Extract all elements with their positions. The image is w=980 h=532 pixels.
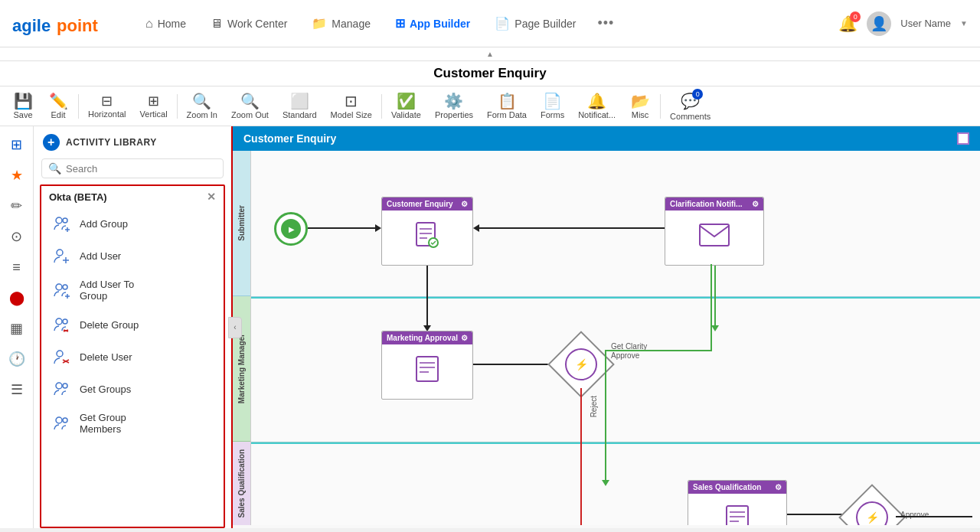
misc-button[interactable]: 📂 Misc bbox=[623, 90, 657, 122]
nav-pagebuilder-label: Page Builder bbox=[514, 18, 576, 30]
add-group-label: Add Group bbox=[80, 218, 128, 230]
standard-button[interactable]: ⬜ Standard bbox=[276, 90, 323, 122]
swimlane-container: Submitter Marketing Manager Sales Qualif… bbox=[233, 151, 980, 525]
vertical-icon: ⊞ bbox=[148, 94, 159, 108]
arrow-marketing-to-diamond bbox=[473, 364, 557, 365]
zoom-in-button[interactable]: 🔍 Zoom In bbox=[181, 90, 224, 122]
left-icon-dot[interactable]: ⬤ bbox=[5, 286, 29, 310]
add-activity-button[interactable]: + bbox=[43, 134, 60, 151]
model-size-button[interactable]: ⊡ Model Size bbox=[325, 90, 378, 122]
user-avatar[interactable]: 👤 bbox=[867, 11, 891, 36]
list-item[interactable]: Add User bbox=[41, 240, 224, 272]
nav-manage[interactable]: 📁 Manage bbox=[302, 11, 380, 35]
customer-enquiry-node[interactable]: Customer Enquiry ⚙ bbox=[381, 197, 473, 266]
left-icon-bar: ⊞ ★ ✏ ⊙ ≡ ⬤ ▦ 🕐 ☰ bbox=[0, 126, 34, 528]
svg-point-6 bbox=[57, 250, 63, 256]
marketing-approval-node[interactable]: Marketing Approval ⚙ bbox=[381, 331, 473, 400]
get-groups-icon bbox=[51, 380, 72, 398]
list-item[interactable]: Get Group Members bbox=[41, 405, 224, 442]
decision-diamond-1-inner: ⚡ bbox=[565, 348, 597, 380]
list-item[interactable]: Delete User bbox=[41, 341, 224, 373]
left-icon-star[interactable]: ★ bbox=[5, 163, 29, 188]
left-icon-edit[interactable]: ✏ bbox=[5, 194, 29, 218]
decision-diamond-2[interactable]: ⚡ bbox=[838, 484, 906, 525]
forms-button[interactable]: 📄 Forms bbox=[534, 90, 570, 122]
okta-close-button[interactable]: ✕ bbox=[207, 191, 216, 203]
activity-search[interactable]: 🔍 bbox=[41, 158, 224, 178]
nav-pagebuilder[interactable]: 📄 Page Builder bbox=[485, 11, 585, 35]
okta-title: Okta (BETA) bbox=[49, 191, 107, 203]
arrow-head-1 bbox=[375, 224, 381, 232]
add-user-icon bbox=[51, 246, 72, 265]
left-icon-grid[interactable]: ⊞ bbox=[5, 132, 29, 157]
list-item[interactable]: Add User To Group bbox=[41, 272, 224, 308]
canvas-title-bar: Customer Enquiry bbox=[0, 61, 980, 86]
validate-button[interactable]: ✅ Validate bbox=[385, 90, 427, 122]
customer-enquiry-settings-icon[interactable]: ⚙ bbox=[461, 200, 468, 208]
left-icon-table[interactable]: ▦ bbox=[5, 316, 29, 341]
add-group-icon bbox=[51, 214, 72, 233]
swimlane-submitter-label: Submitter bbox=[237, 205, 246, 241]
svg-point-17 bbox=[57, 351, 63, 357]
folder-icon: 📁 bbox=[312, 16, 327, 31]
canvas-corner-button[interactable] bbox=[957, 132, 969, 145]
sep4 bbox=[660, 94, 661, 119]
sales-qualification-node[interactable]: Sales Qualification ⚙ bbox=[688, 480, 787, 525]
clarification-body bbox=[665, 211, 763, 259]
comments-count: 0 bbox=[692, 89, 703, 100]
list-item[interactable]: Add Group bbox=[41, 207, 224, 240]
clarification-node[interactable]: Clarification Notifi... ⚙ bbox=[665, 197, 764, 266]
marketing-approval-settings-icon[interactable]: ⚙ bbox=[461, 334, 468, 342]
svg-point-20 bbox=[56, 383, 62, 389]
list-item[interactable]: Get Groups bbox=[41, 373, 224, 405]
green-arrow-down-1 bbox=[714, 266, 716, 327]
left-icon-clock[interactable]: 🕐 bbox=[5, 347, 29, 371]
green-arrow-head-1 bbox=[711, 325, 719, 331]
username-chevron[interactable]: ▼ bbox=[960, 19, 968, 28]
svg-point-2 bbox=[56, 217, 62, 224]
list-item[interactable]: Delete Group bbox=[41, 308, 224, 341]
nav-home[interactable]: ⌂ Home bbox=[136, 12, 195, 35]
edit-button[interactable]: ✏️ Edit bbox=[41, 90, 75, 122]
notification-bell[interactable]: 🔔 0 bbox=[838, 15, 858, 33]
form-data-icon: 📋 bbox=[498, 93, 517, 109]
save-button[interactable]: 💾 Save bbox=[6, 90, 40, 122]
nav-more[interactable]: ••• bbox=[591, 11, 620, 36]
vertical-button[interactable]: ⊞ Vertical bbox=[134, 91, 174, 122]
clarification-settings-icon[interactable]: ⚙ bbox=[752, 200, 759, 208]
left-icon-list[interactable]: ≡ bbox=[5, 255, 29, 279]
properties-button[interactable]: ⚙️ Properties bbox=[429, 90, 479, 122]
search-input[interactable] bbox=[66, 163, 217, 175]
nav-appbuilder[interactable]: ⊞ App Builder bbox=[386, 11, 479, 35]
chevron-left-icon: ‹ bbox=[234, 323, 236, 331]
left-icon-lines[interactable]: ☰ bbox=[5, 377, 29, 402]
activity-library-title: ACTIVITY LIBRARY bbox=[66, 137, 157, 148]
okta-header: Okta (BETA) ✕ bbox=[41, 186, 224, 207]
notifications-button[interactable]: 🔔 Notificat... bbox=[572, 90, 622, 122]
sidebar-collapse-button[interactable]: ‹ bbox=[228, 317, 242, 338]
okta-items-list: Add Group Add User bbox=[41, 207, 224, 442]
green-arrow-down-2 bbox=[605, 351, 606, 481]
add-user-label: Add User bbox=[80, 250, 121, 262]
notifications-icon: 🔔 bbox=[587, 93, 606, 109]
arrow-from-diamond2 bbox=[896, 516, 972, 517]
form-data-button[interactable]: 📋 Form Data bbox=[481, 90, 533, 122]
horizontal-button[interactable]: ⊟ Horizontal bbox=[82, 91, 132, 122]
comments-button[interactable]: 💬 0 Comments bbox=[664, 89, 717, 124]
username-label[interactable]: User Name bbox=[900, 18, 951, 29]
nav-workcenter[interactable]: 🖥 Work Center bbox=[201, 12, 296, 35]
swimlane-sales-label: Sales Qualification bbox=[237, 449, 246, 517]
activity-library-header: + ACTIVITY LIBRARY bbox=[34, 126, 231, 158]
swimlane-marketing-label: Marketing Manager bbox=[237, 334, 246, 403]
misc-icon: 📂 bbox=[631, 93, 650, 109]
red-arrow-reject bbox=[580, 388, 582, 525]
start-node[interactable]: ▶ bbox=[274, 212, 308, 246]
edit-icon: ✏️ bbox=[49, 93, 68, 109]
collapse-bar[interactable]: ▲ bbox=[0, 47, 980, 61]
left-icon-circle[interactable]: ⊙ bbox=[5, 224, 29, 249]
horizontal-icon: ⊟ bbox=[101, 94, 113, 108]
zoom-out-button[interactable]: 🔍 Zoom Out bbox=[225, 90, 275, 122]
sales-qualification-settings-icon[interactable]: ⚙ bbox=[775, 483, 782, 491]
nav-appbuilder-label: App Builder bbox=[410, 18, 470, 30]
swimlane-cyan-2 bbox=[251, 442, 980, 444]
